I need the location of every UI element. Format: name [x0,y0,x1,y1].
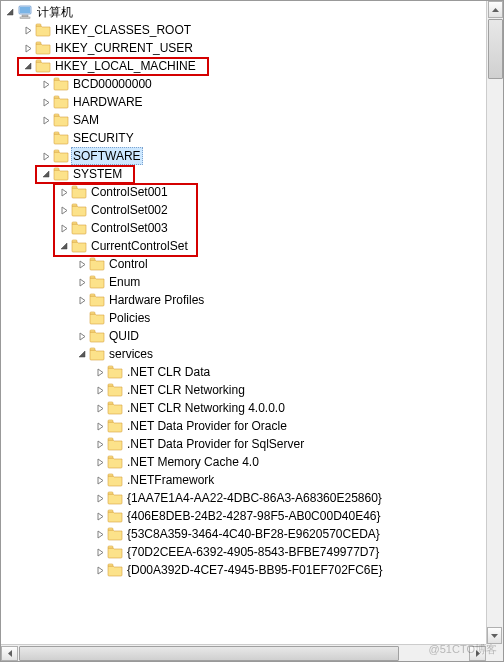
registry-tree[interactable]: 计算机HKEY_CLASSES_ROOTHKEY_CURRENT_USERHKE… [1,1,503,661]
folder-icon [35,58,51,74]
tree-item[interactable]: Control [3,255,503,273]
expand-icon[interactable] [93,453,107,471]
expand-icon[interactable] [93,543,107,561]
tree-item[interactable]: .NET Memory Cache 4.0 [3,453,503,471]
tree-item[interactable]: .NET CLR Data [3,363,503,381]
expand-icon[interactable] [75,255,89,273]
tree-item-label: Hardware Profiles [107,291,206,309]
expand-icon[interactable] [57,201,71,219]
folder-icon [107,508,123,524]
tree-item-label: SECURITY [71,129,136,147]
folder-icon [35,22,51,38]
expand-icon[interactable] [39,93,53,111]
collapse-icon[interactable] [21,57,35,75]
tree-item-label: Policies [107,309,152,327]
tree-item-label: CurrentControlSet [89,237,190,255]
vertical-scrollbar[interactable] [486,1,503,644]
tree-item[interactable]: ControlSet001 [3,183,503,201]
scroll-left-button[interactable] [1,646,18,661]
expand-icon[interactable] [93,399,107,417]
tree-item[interactable]: Policies [3,309,503,327]
expand-icon[interactable] [39,75,53,93]
folder-icon [107,364,123,380]
tree-item-label: BCD00000000 [71,75,154,93]
tree-item[interactable]: CurrentControlSet [3,237,503,255]
folder-icon [107,400,123,416]
expand-icon[interactable] [93,417,107,435]
tree-item[interactable]: .NET Data Provider for SqlServer [3,435,503,453]
expand-icon[interactable] [75,291,89,309]
folder-icon [53,148,69,164]
expand-icon[interactable] [93,561,107,579]
tree-item-label: HKEY_CURRENT_USER [53,39,195,57]
tree-item[interactable]: Enum [3,273,503,291]
tree-item[interactable]: 计算机 [3,3,503,21]
expand-icon[interactable] [75,327,89,345]
tree-item-label: .NET Memory Cache 4.0 [125,453,261,471]
tree-item[interactable]: .NET CLR Networking 4.0.0.0 [3,399,503,417]
expand-icon[interactable] [75,273,89,291]
tree-item[interactable]: HKEY_CURRENT_USER [3,39,503,57]
tree-item[interactable]: SYSTEM [3,165,503,183]
tree-item[interactable]: SOFTWARE [3,147,503,165]
folder-icon [35,40,51,56]
tree-item[interactable]: Hardware Profiles [3,291,503,309]
tree-item[interactable]: SECURITY [3,129,503,147]
tree-item[interactable]: {D00A392D-4CE7-4945-BB95-F01EF702FC6E} [3,561,503,579]
folder-icon [107,382,123,398]
tree-item[interactable]: ControlSet002 [3,201,503,219]
tree-item-label: {406E8DEB-24B2-4287-98F5-AB0C00D40E46} [125,507,383,525]
tree-item[interactable]: .NETFramework [3,471,503,489]
tree-item[interactable]: .NET CLR Networking [3,381,503,399]
scroll-down-button[interactable] [487,627,502,644]
tree-item[interactable]: HARDWARE [3,93,503,111]
expand-icon[interactable] [57,183,71,201]
expand-icon[interactable] [93,363,107,381]
expand-icon[interactable] [57,219,71,237]
tree-item[interactable]: QUID [3,327,503,345]
tree-item-label: .NET Data Provider for SqlServer [125,435,306,453]
vertical-scrollbar-thumb[interactable] [488,19,503,79]
tree-item[interactable]: HKEY_LOCAL_MACHINE [3,57,503,75]
collapse-icon[interactable] [3,3,17,21]
expand-icon[interactable] [93,471,107,489]
expand-icon[interactable] [93,489,107,507]
scroll-up-button[interactable] [488,1,503,18]
tree-item[interactable]: {406E8DEB-24B2-4287-98F5-AB0C00D40E46} [3,507,503,525]
computer-icon [17,4,33,20]
folder-icon [107,544,123,560]
collapse-icon[interactable] [39,165,53,183]
folder-icon [53,166,69,182]
expand-icon[interactable] [93,435,107,453]
folder-icon [107,472,123,488]
collapse-icon[interactable] [75,345,89,363]
expand-icon[interactable] [39,147,53,165]
expand-icon[interactable] [21,21,35,39]
tree-item[interactable]: BCD00000000 [3,75,503,93]
folder-icon [89,346,105,362]
folder-icon [107,562,123,578]
tree-item[interactable]: HKEY_CLASSES_ROOT [3,21,503,39]
tree-item[interactable]: {53C8A359-3464-4C40-BF28-E9620570CEDA} [3,525,503,543]
expand-icon[interactable] [21,39,35,57]
folder-icon [89,328,105,344]
tree-item[interactable]: services [3,345,503,363]
svg-rect-1 [20,7,30,13]
scroll-right-button[interactable] [469,646,486,661]
expand-icon[interactable] [93,525,107,543]
tree-item-label: HARDWARE [71,93,145,111]
horizontal-scrollbar-thumb[interactable] [19,646,399,661]
tree-item-label: services [107,345,155,363]
tree-item[interactable]: {70D2CEEA-6392-4905-8543-BFBE749977D7} [3,543,503,561]
tree-item-label: Control [107,255,150,273]
tree-item[interactable]: {1AA7E1A4-AA22-4DBC-86A3-A68360E25860} [3,489,503,507]
expand-icon[interactable] [93,507,107,525]
tree-item-label: ControlSet001 [89,183,170,201]
expand-icon[interactable] [93,381,107,399]
tree-item[interactable]: ControlSet003 [3,219,503,237]
expand-icon[interactable] [39,111,53,129]
horizontal-scrollbar[interactable] [1,644,486,661]
tree-item[interactable]: SAM [3,111,503,129]
collapse-icon[interactable] [57,237,71,255]
tree-item[interactable]: .NET Data Provider for Oracle [3,417,503,435]
